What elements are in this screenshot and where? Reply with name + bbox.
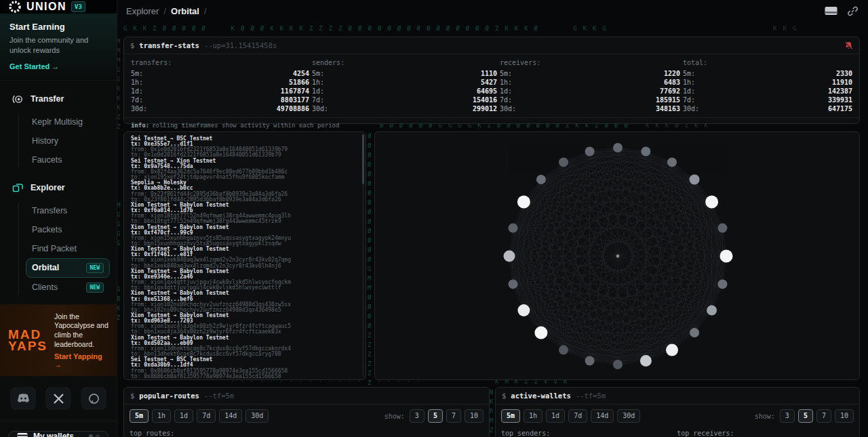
graph-node[interactable] (690, 174, 700, 184)
routes-show-button-7[interactable]: 7 (446, 409, 461, 423)
mad-yaps-promo[interactable]: MAD YAPS Join the Yapocalypse and climb … (0, 304, 117, 377)
graph-node[interactable] (613, 360, 623, 369)
routes-tf-button-7d[interactable]: 7d (197, 409, 216, 423)
feed-entry[interactable]: Sei Testnet → BSC Testnettx: 0xe355e7...… (131, 136, 363, 159)
sidebar-item-clients[interactable]: ClientsNEW (26, 278, 110, 297)
graph-node[interactable] (517, 304, 530, 316)
graph-node[interactable] (720, 250, 733, 263)
wallets-tf-button-1d[interactable]: 1d (546, 409, 565, 423)
sidebar-item-faucets[interactable]: Faucets (26, 150, 110, 169)
wallets-tf-button-1h[interactable]: 1h (524, 409, 542, 423)
wallets-show-button-10[interactable]: 10 (835, 409, 854, 423)
wallets-tf-button-7d[interactable]: 7d (568, 409, 587, 423)
sidebar-item-find-packet[interactable]: Find Packet (26, 239, 110, 258)
graph-node[interactable] (718, 224, 728, 233)
orbital-graph (375, 132, 859, 379)
wallets-tf-button-5m[interactable]: 5m (501, 409, 520, 423)
graph-node[interactable] (640, 355, 652, 367)
github-icon[interactable] (81, 387, 106, 410)
graph-node[interactable] (707, 306, 717, 316)
routes-tf-button-1h[interactable]: 1h (152, 409, 171, 423)
stats-column-senders-: senders:5m:11101h:54271d:646957d:1540163… (312, 59, 497, 113)
routes-show-button-10[interactable]: 10 (465, 409, 484, 423)
get-started-link[interactable]: Get Started → (9, 62, 107, 70)
graph-node[interactable] (718, 279, 728, 289)
graph-node[interactable] (690, 328, 699, 337)
graph-node[interactable] (504, 251, 515, 262)
routes-show-button-5[interactable]: 5 (428, 409, 443, 423)
routes-show-button-3[interactable]: 3 (410, 409, 425, 423)
feed-entry[interactable]: Xion Testnet → Babylon Testnettx: 0xe934… (131, 269, 363, 291)
blocks-icon (12, 182, 24, 194)
prompt-symbol: $ (130, 41, 134, 49)
wallets-show-group: 35710 (780, 409, 854, 423)
graph-node[interactable] (536, 175, 546, 184)
routes-show-group: 35710 (410, 409, 484, 423)
my-wallets-button[interactable]: My wallets (8, 431, 108, 437)
wallets-tf-button-30d[interactable]: 30d (617, 409, 640, 423)
wallet-icon[interactable] (825, 6, 837, 16)
mute-bell-icon[interactable] (844, 41, 853, 50)
feed-entry[interactable]: Sei Testnet → BSC Testnettx: 0xda30b9...… (131, 357, 363, 379)
sidebar-item-keplr-multisig[interactable]: Keplr Multisig (26, 112, 110, 131)
graph-node[interactable] (585, 147, 595, 157)
routes-tf-button-5m[interactable]: 5m (130, 409, 149, 423)
graph-node[interactable] (666, 344, 678, 356)
graph-node[interactable] (559, 346, 568, 355)
feed-scrollbar[interactable] (362, 134, 364, 377)
feed-entry[interactable]: Xion Testnet → Babylon Testnettx: 0xe513… (131, 291, 363, 313)
stat-row: 5m:1220 (500, 69, 680, 78)
start-yapping-link[interactable]: Start Yapping → (54, 352, 108, 369)
decor-glyphs: N K R M Z K (490, 388, 493, 437)
decor-glyphs: KKG (773, 25, 802, 32)
feed-entry[interactable]: Xion Testnet → Babylon Testnettx: 0xf1f4… (131, 247, 363, 269)
feed-entry[interactable]: Sei Testnet → Xion Testnettx: 0x9a7548..… (131, 159, 363, 181)
graph-node[interactable] (585, 356, 595, 366)
x-icon[interactable] (45, 387, 71, 410)
discord-icon[interactable] (10, 387, 36, 410)
new-badge: NEW (86, 263, 104, 273)
graph-node[interactable] (517, 196, 530, 209)
sidebar-item-history[interactable]: History (26, 131, 110, 150)
feed-entry[interactable]: Xion Testnet → Babylon Testnettx: 0xf6a0… (131, 203, 363, 225)
new-badge: NEW (86, 283, 104, 293)
wallets-tf-button-14d[interactable]: 14d (591, 409, 614, 423)
stats-column-transfers-: transfers:5m:42541h:518661d:11678747d:88… (131, 59, 309, 113)
wallets-show-button-5[interactable]: 5 (798, 409, 813, 423)
routes-tf-button-1d[interactable]: 1d (174, 409, 193, 423)
stat-row: 1d:1167874 (131, 87, 309, 96)
graph-node[interactable] (559, 157, 568, 167)
wallets-timeframe-group: 5m1h1d7d14d30d (501, 409, 640, 423)
wallets-show-button-3[interactable]: 3 (780, 409, 795, 423)
stat-row: 30d:49708886 (131, 104, 309, 113)
graph-node[interactable] (509, 279, 518, 289)
graph-node[interactable] (705, 196, 718, 209)
brand-name: UNION (26, 1, 66, 13)
transfer-feed-panel: Sei Testnet → BSC Testnettx: 0xe355e7...… (123, 131, 366, 380)
feed-entry[interactable]: Xion Testnet → Babylon Testnettx: 0xd963… (131, 313, 363, 335)
feed-entry[interactable]: Xion Testnet → Babylon Testnettx: 0xf470… (131, 225, 363, 247)
feed-entry[interactable]: Xion Testnet → Babylon Testnettx: 0xd502… (131, 335, 363, 358)
graph-node[interactable] (509, 224, 518, 233)
show-label: show: (755, 413, 775, 420)
sidebar-item-orbital[interactable]: OrbitalNEW (26, 258, 110, 278)
stat-row: 1d:142387 (683, 87, 852, 96)
graph-node[interactable] (534, 327, 547, 339)
sidebar-item-transfers[interactable]: Transfers (26, 201, 110, 220)
sidebar-item-packets[interactable]: Packets (26, 220, 110, 239)
app-root: GKKZØØØØØ KØØØKKKKZZZZØØØØØØØØØØØØØØØZKK… (0, 0, 868, 437)
graph-node[interactable] (641, 147, 650, 157)
stats-column-total-: total:5m:23301h:119101d:1423877d:3399313… (683, 59, 852, 113)
sidebar-section-explorer[interactable]: Explorer (0, 176, 117, 200)
routes-tf-button-30d[interactable]: 30d (245, 409, 269, 423)
sidebar-section-transfer[interactable]: Transfer (0, 87, 117, 111)
graph-node[interactable] (613, 143, 623, 152)
wallets-show-button-7[interactable]: 7 (816, 409, 831, 423)
prompt-symbol: $ (502, 392, 506, 400)
feed-entry[interactable]: Sepolia → Holeskytx: 0xab8b2e...b0ccfrom… (131, 180, 363, 203)
breadcrumb-explorer[interactable]: Explorer (126, 6, 159, 16)
routes-tf-button-14d[interactable]: 14d (219, 409, 242, 423)
active-wallets-panel: $ active-wallets --tf=5m 5m1h1d7d14d30d … (495, 387, 860, 437)
link-icon[interactable] (847, 5, 859, 17)
graph-node[interactable] (667, 157, 677, 167)
